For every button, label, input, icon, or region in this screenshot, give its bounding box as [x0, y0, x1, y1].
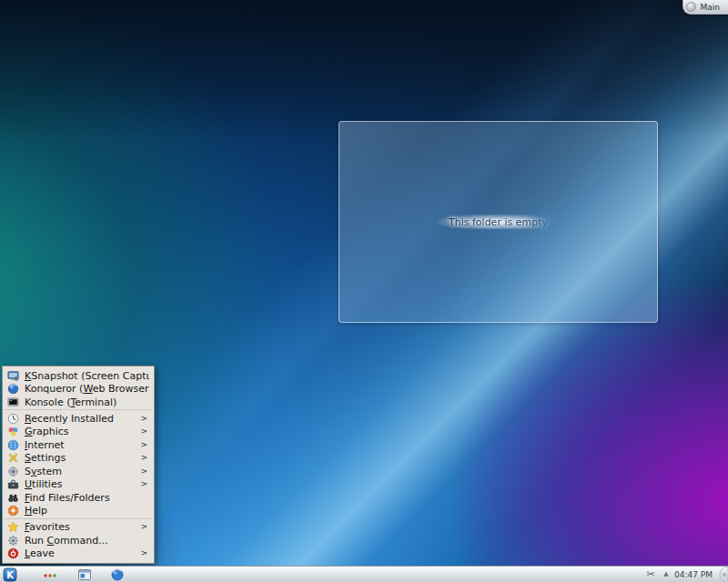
utilities-icon	[7, 478, 19, 490]
graphics-icon	[7, 426, 19, 437]
menu-item-label: Utilities	[25, 479, 62, 489]
submenu-arrow-icon: >	[140, 467, 149, 476]
submenu-arrow-icon: >	[140, 427, 149, 436]
desktop-screen: Main This folder is empty KSnapshot (Scr…	[0, 0, 728, 582]
menu-item-recently-installed[interactable]: Recently Installed>	[3, 412, 154, 425]
internet-icon	[7, 439, 19, 451]
menu-item-settings[interactable]: Settings>	[3, 452, 154, 465]
menu-item-label: Internet	[25, 440, 65, 450]
digital-clock[interactable]: 04:47 PM	[674, 570, 713, 579]
system-icon	[7, 466, 19, 477]
quicklaunch-window-icon[interactable]	[77, 567, 92, 582]
find-icon	[7, 492, 19, 504]
quicklaunch-dots-icon[interactable]	[43, 567, 57, 582]
submenu-arrow-icon: >	[140, 415, 149, 423]
taskbar-panel: K ✂ ▲ 04:47 PM	[0, 566, 728, 582]
menu-item-utilities[interactable]: Utilities>	[3, 477, 154, 490]
folder-view-widget[interactable]: This folder is empty	[339, 121, 658, 323]
menu-item-label: Run Command...	[25, 536, 108, 546]
menu-item-find-files-folders[interactable]: Find Files/Folders	[3, 491, 154, 504]
menu-item-ksnapshot-screen-capture-program[interactable]: KSnapshot (Screen Capture Program)	[3, 369, 154, 382]
menu-item-konqueror-web-browser[interactable]: Konqueror (Web Browser)	[3, 382, 154, 395]
menu-item-help[interactable]: Help	[3, 504, 154, 517]
menu-item-label: Konsole (Terminal)	[25, 397, 116, 407]
menu-item-favorites[interactable]: Favorites>	[3, 521, 154, 534]
folder-empty-message: This folder is empty	[438, 215, 559, 230]
activity-toolbox-button[interactable]: Main	[682, 0, 728, 15]
submenu-arrow-icon: >	[140, 480, 149, 488]
ksnapshot-icon	[7, 370, 19, 382]
menu-item-label: Konqueror (Web Browser)	[25, 384, 149, 394]
konsole-icon	[7, 396, 19, 408]
menu-item-label: Find Files/Folders	[25, 493, 110, 503]
menu-item-run-command[interactable]: Run Command...	[3, 534, 154, 547]
kickoff-launcher-button[interactable]: K	[3, 567, 17, 582]
menu-item-label: Favorites	[25, 522, 70, 532]
menu-item-label: Help	[25, 506, 47, 516]
menu-item-konsole-terminal[interactable]: Konsole (Terminal)	[3, 396, 154, 408]
menu-item-leave[interactable]: Leave>	[3, 547, 154, 559]
menu-item-label: Leave	[25, 548, 55, 558]
run-icon	[7, 535, 19, 547]
submenu-arrow-icon: >	[140, 523, 149, 531]
konqueror-icon	[7, 383, 19, 395]
leave-icon	[7, 547, 19, 559]
recent-icon	[7, 413, 19, 425]
settings-icon	[7, 452, 19, 464]
menu-item-system[interactable]: System>	[3, 465, 154, 477]
quicklaunch-globe-icon[interactable]	[110, 567, 125, 582]
application-launcher-menu: KSnapshot (Screen Capture Program)Konque…	[2, 366, 155, 564]
activity-label: Main	[701, 3, 721, 12]
menu-item-label: KSnapshot (Screen Capture Program)	[25, 371, 149, 381]
panel-cashew-button[interactable]	[716, 567, 728, 582]
menu-item-label: Graphics	[25, 426, 69, 436]
favorites-icon	[7, 521, 19, 533]
submenu-arrow-icon: >	[140, 549, 149, 557]
menu-item-label: Settings	[25, 453, 66, 463]
klipper-scissors-icon[interactable]: ✂	[643, 567, 658, 582]
menu-item-label: Recently Installed	[25, 414, 114, 424]
submenu-arrow-icon: >	[140, 441, 149, 449]
svg-text:K: K	[6, 570, 15, 580]
submenu-arrow-icon: >	[140, 454, 149, 462]
menu-item-internet[interactable]: Internet>	[3, 438, 154, 451]
tray-expander-icon[interactable]: ▲	[662, 567, 671, 582]
cashew-gear-icon	[686, 2, 696, 12]
menu-item-graphics[interactable]: Graphics>	[3, 426, 154, 438]
help-icon	[7, 505, 19, 517]
menu-item-label: System	[25, 467, 62, 477]
